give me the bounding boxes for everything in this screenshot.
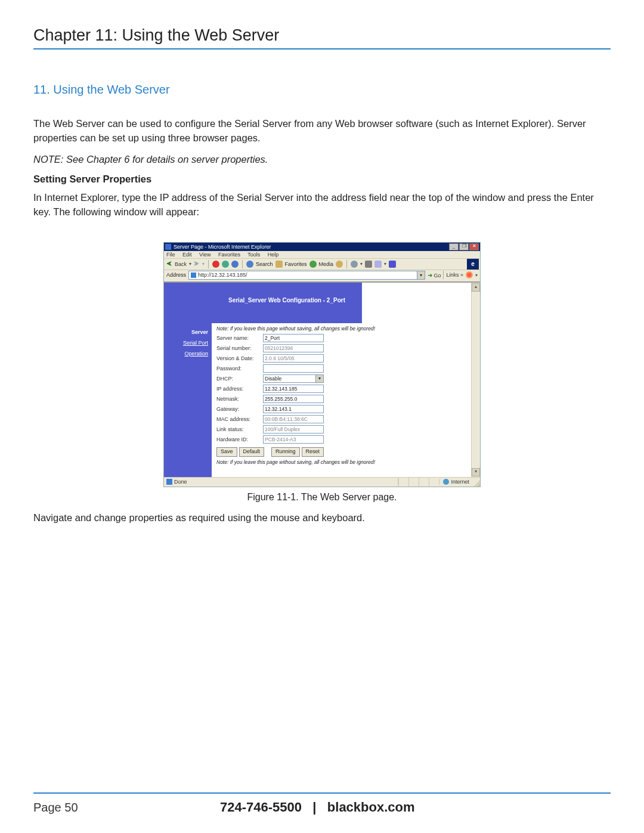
status-page-icon	[166, 479, 172, 485]
input-netmask[interactable]: 255.255.255.0	[263, 395, 324, 403]
dhcp-dropdown-icon[interactable]: ▾	[315, 375, 323, 382]
label-version-date: Version & Date:	[216, 355, 263, 361]
scroll-up-icon[interactable]: ▴	[472, 283, 480, 292]
home-icon[interactable]	[231, 261, 239, 268]
edit-dropdown-icon[interactable]: ▾	[384, 261, 386, 267]
select-dhcp[interactable]: Disable ▾	[263, 374, 324, 383]
links-toolbar-icon[interactable]	[466, 271, 473, 278]
favorites-icon[interactable]	[275, 261, 283, 268]
label-link-status: Link status:	[216, 426, 263, 432]
sidebar-item-operation[interactable]: Operation	[164, 348, 212, 359]
subheading: Setting Server Properties	[33, 174, 611, 185]
print-icon[interactable]	[365, 261, 372, 268]
menu-favorites[interactable]: Favorites	[218, 252, 240, 258]
mail-icon[interactable]	[351, 261, 358, 268]
window-minimize-button[interactable]: _	[449, 243, 459, 250]
config-sidebar: Server Serial Port Operation	[164, 318, 212, 477]
window-title: Server Page - Microsoft Internet Explore…	[174, 244, 271, 250]
menu-file[interactable]: File	[166, 252, 175, 258]
running-button[interactable]: Running	[271, 447, 300, 457]
back-icon[interactable]: ⮜	[166, 261, 172, 267]
toolbar: ⮜ Back ▾ ⮞ ▾ Search Favorites Media ▾ ▾ …	[164, 259, 480, 270]
search-button[interactable]: Search	[256, 261, 273, 267]
input-password[interactable]	[263, 364, 324, 373]
after-figure-paragraph: Navigate and change properties as requir…	[33, 511, 611, 525]
reset-button[interactable]: Reset	[302, 447, 324, 457]
input-ip-address[interactable]: 12.32.143.185	[263, 385, 324, 393]
label-ip-address: IP address:	[216, 386, 263, 392]
status-bar: Done Internet	[164, 477, 480, 487]
back-dropdown-icon[interactable]: ▾	[189, 261, 191, 267]
stop-icon[interactable]	[212, 261, 219, 268]
address-value: http://12.32.143.185/	[198, 271, 247, 279]
ie-logo-icon: e	[467, 259, 479, 270]
input-hardware-id: PCB-2414-A3	[263, 435, 324, 444]
page-icon	[191, 272, 196, 278]
sidebar-item-serial-port[interactable]: Serial Port	[164, 337, 212, 348]
media-icon[interactable]	[309, 261, 317, 268]
label-gateway: Gateway:	[216, 406, 263, 412]
input-gateway[interactable]: 12.32.143.1	[263, 405, 324, 413]
resize-grip-icon	[473, 478, 480, 487]
figure-caption: Figure 11-1. The Web Server page.	[33, 492, 611, 503]
status-zone: Internet	[451, 479, 469, 485]
input-version-date: 2.0.6 10/5/05	[263, 354, 324, 363]
links-dropdown-icon[interactable]: ▾	[475, 272, 478, 278]
vertical-scrollbar[interactable]: ▴ ▾	[471, 283, 480, 477]
refresh-icon[interactable]	[222, 261, 229, 268]
label-hardware-id: Hardware ID:	[216, 436, 263, 442]
label-serial-number: Serial number:	[216, 345, 263, 351]
ie-page-icon	[165, 244, 171, 250]
window-maximize-button[interactable]: ❐	[459, 243, 469, 250]
note-line: NOTE: See Chapter 6 for details on serve…	[33, 154, 611, 165]
input-server-name[interactable]: 2_Port	[263, 334, 324, 342]
save-button[interactable]: Save	[216, 447, 237, 457]
media-button[interactable]: Media	[319, 261, 334, 267]
input-serial-number: 0521012396	[263, 344, 324, 352]
back-button[interactable]: Back	[175, 261, 187, 267]
footer-phone: 724-746-5500	[220, 800, 302, 815]
label-password: Password:	[216, 366, 263, 371]
discuss-icon[interactable]	[389, 261, 396, 268]
chapter-title: Chapter 11: Using the Web Server	[33, 26, 611, 49]
instructions-paragraph: In Internet Explorer, type the IP addres…	[33, 191, 611, 219]
edit-icon[interactable]	[374, 261, 382, 268]
forward-icon[interactable]: ⮞	[194, 261, 200, 267]
footer-site: blackbox.com	[327, 800, 415, 815]
go-button[interactable]: ➜ Go	[428, 272, 441, 278]
go-icon: ➜	[428, 272, 432, 278]
titlebar: Server Page - Microsoft Internet Explore…	[164, 243, 480, 251]
input-mac-address: 00:0B:B4:11:38:6C	[263, 415, 324, 423]
menu-tools[interactable]: Tools	[247, 252, 260, 258]
window-close-button[interactable]: ✕	[469, 243, 479, 250]
address-dropdown-icon[interactable]: ▾	[417, 271, 425, 279]
warn-top: Note: If you leave this page without sav…	[216, 323, 480, 334]
label-dhcp: DHCP:	[216, 376, 263, 382]
mail-dropdown-icon[interactable]: ▾	[360, 261, 363, 267]
address-bar: Address http://12.32.143.185/ ▾ ➜ Go Lin…	[164, 270, 480, 282]
internet-zone-icon	[443, 479, 449, 485]
config-main: Note: If you leave this page without sav…	[212, 318, 480, 477]
label-server-name: Server name:	[216, 335, 263, 341]
input-link-status: 100/Full Duplex	[263, 425, 324, 433]
ie-window: Server Page - Microsoft Internet Explore…	[163, 242, 481, 487]
sidebar-item-server[interactable]: Server	[164, 327, 212, 337]
page-number: Page 50	[33, 801, 78, 815]
warn-bottom: Note: If you leave this page without sav…	[216, 457, 480, 467]
label-netmask: Netmask:	[216, 396, 263, 402]
search-icon[interactable]	[246, 261, 253, 268]
footer-sep: |	[312, 800, 316, 815]
forward-dropdown-icon[interactable]: ▾	[202, 261, 205, 267]
address-input[interactable]: http://12.32.143.185/ ▾	[188, 271, 425, 280]
address-label: Address	[166, 272, 186, 278]
history-icon[interactable]	[336, 261, 343, 268]
scroll-down-icon[interactable]: ▾	[472, 468, 480, 476]
favorites-button[interactable]: Favorites	[285, 261, 307, 267]
menu-view[interactable]: View	[199, 252, 210, 258]
menu-help[interactable]: Help	[268, 252, 279, 258]
config-banner: Serial_Server Web Configuration - 2_Port	[212, 283, 362, 318]
section-title: 11. Using the Web Server	[33, 83, 611, 97]
menu-edit[interactable]: Edit	[182, 252, 192, 258]
links-button[interactable]: Links »	[446, 272, 463, 278]
default-button[interactable]: Default	[239, 447, 265, 457]
